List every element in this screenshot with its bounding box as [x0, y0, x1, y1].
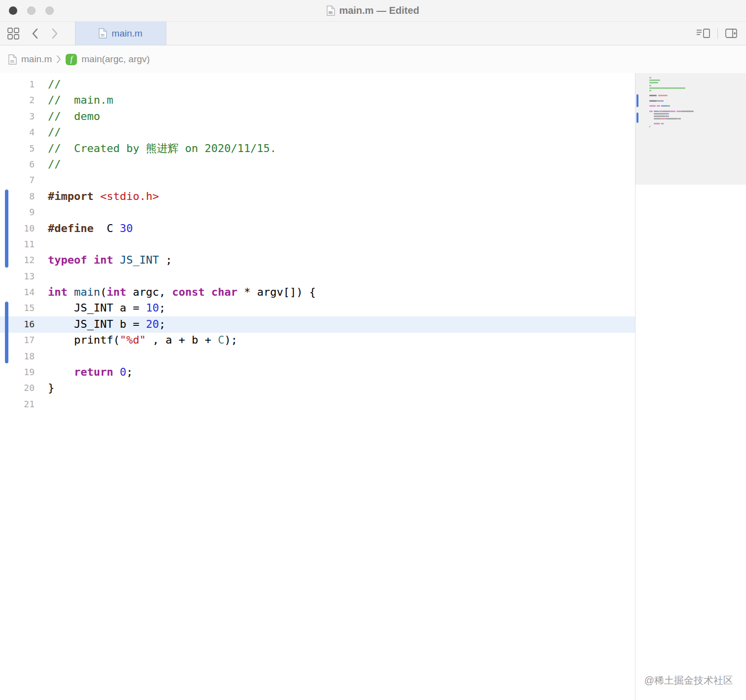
code-line[interactable] — [48, 204, 316, 220]
code-line[interactable]: // demo — [48, 109, 316, 124]
toolbar-right-group — [696, 22, 738, 45]
code-line[interactable]: // — [48, 124, 316, 140]
file-icon: m — [8, 54, 17, 65]
add-editor-icon — [725, 28, 738, 39]
window-title-wrap: m main.m — Edited — [327, 5, 419, 16]
breadcrumb-file[interactable]: main.m — [21, 54, 52, 65]
add-editor-button[interactable] — [725, 28, 738, 39]
code-line[interactable]: // — [48, 156, 316, 172]
editor[interactable]: 123456789101112131415161718192021 //// m… — [0, 73, 746, 700]
close-window-button[interactable] — [9, 6, 17, 15]
change-bar[interactable] — [5, 190, 8, 268]
code-line[interactable] — [48, 236, 316, 252]
file-icon: m — [99, 28, 107, 39]
traffic-lights — [9, 6, 54, 15]
line-number[interactable]: 5 — [0, 141, 35, 156]
line-number[interactable]: 14 — [0, 284, 35, 300]
minimize-window-button[interactable] — [27, 6, 36, 15]
code-line[interactable]: } — [48, 380, 316, 396]
line-number[interactable]: 20 — [0, 380, 35, 396]
toolbar: m main.m — [0, 22, 746, 45]
line-number[interactable]: 3 — [0, 109, 35, 124]
forward-button[interactable] — [51, 28, 58, 39]
code-line[interactable] — [48, 396, 316, 412]
line-number[interactable]: 21 — [0, 396, 35, 412]
minimap-change-tick — [636, 113, 638, 123]
code-line[interactable]: typeof int JS_INT ; — [48, 252, 316, 268]
editor-options-button[interactable] — [696, 28, 710, 39]
code-line[interactable]: #import <stdio.h> — [48, 189, 316, 204]
svg-text:m: m — [10, 58, 14, 64]
chevron-left-icon — [32, 28, 39, 39]
breadcrumb: m main.m f main(argc, argv) — [0, 45, 746, 73]
breadcrumb-symbol[interactable]: main(argc, argv) — [81, 54, 149, 65]
change-bar[interactable] — [5, 302, 8, 364]
line-number[interactable]: 13 — [0, 269, 35, 284]
line-number[interactable]: 6 — [0, 156, 35, 172]
editor-options-icon — [696, 28, 710, 39]
tab-label: main.m — [112, 28, 142, 39]
code-line[interactable]: // — [48, 77, 316, 92]
line-number[interactable]: 7 — [0, 172, 35, 188]
function-icon: f — [66, 54, 77, 65]
code-line[interactable]: JS_INT b = 20; — [48, 316, 316, 332]
titlebar: m main.m — Edited — [0, 0, 746, 22]
code-line[interactable] — [48, 349, 316, 364]
code-line[interactable]: // main.m — [48, 92, 316, 108]
window-title: main.m — Edited — [339, 5, 419, 16]
line-number[interactable]: 2 — [0, 92, 35, 108]
code-line[interactable]: #define C 30 — [48, 221, 316, 236]
code-area[interactable]: //// main.m// demo//// Created by 熊进辉 on… — [48, 77, 316, 412]
code-line[interactable] — [48, 269, 316, 284]
code-line[interactable]: int main(int argc, const char * argv[]) … — [48, 284, 316, 300]
minimap[interactable]: @稀土掘金技术社区 — [635, 73, 746, 700]
code-line[interactable]: return 0; — [48, 364, 316, 380]
code-line[interactable]: JS_INT a = 10; — [48, 300, 316, 316]
tab-main-m[interactable]: m main.m — [75, 22, 166, 45]
watermark: @稀土掘金技术社区 — [644, 674, 733, 687]
toolbar-left-group — [7, 22, 58, 45]
back-button[interactable] — [32, 28, 39, 39]
related-items-button[interactable] — [7, 27, 20, 40]
code-line[interactable]: // Created by 熊进辉 on 2020/11/15. — [48, 141, 316, 156]
line-number[interactable]: 19 — [0, 364, 35, 380]
line-number[interactable]: 1 — [0, 77, 35, 92]
minimap-line — [649, 128, 742, 130]
toolbar-separator — [717, 28, 718, 39]
svg-text:m: m — [329, 9, 333, 15]
line-number[interactable]: 4 — [0, 124, 35, 140]
code-line[interactable] — [48, 172, 316, 188]
svg-text:m: m — [101, 32, 105, 38]
zoom-window-button[interactable] — [45, 6, 54, 15]
minimap-content — [649, 77, 742, 130]
document-icon: m — [327, 5, 335, 16]
chevron-right-icon — [51, 28, 58, 39]
minimap-change-tick — [636, 94, 638, 107]
code-line[interactable]: printf("%d" , a + b + C); — [48, 332, 316, 348]
chevron-right-icon — [56, 55, 61, 64]
